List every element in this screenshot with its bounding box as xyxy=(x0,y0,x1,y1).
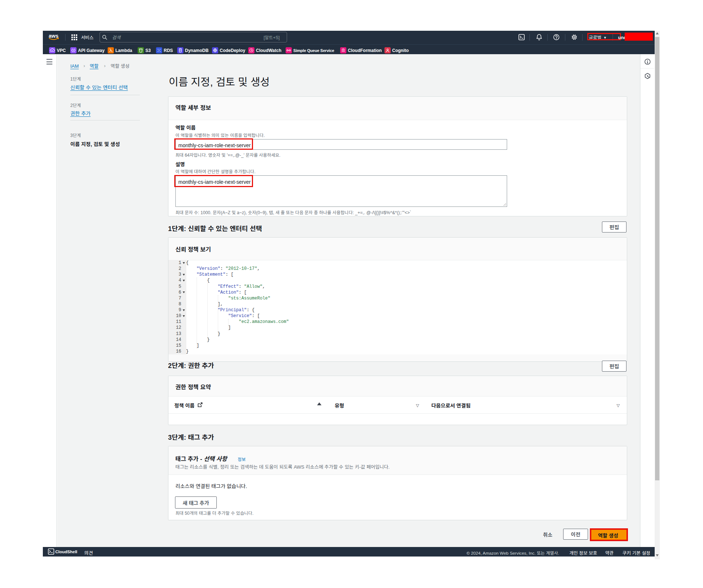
svg-text:aws: aws xyxy=(49,33,59,39)
